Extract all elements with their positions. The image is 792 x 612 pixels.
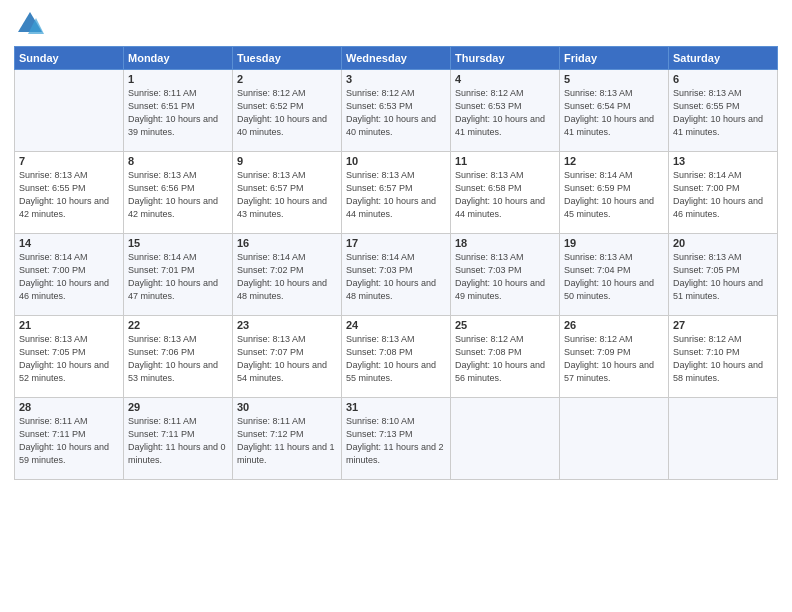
- day-cell: 20Sunrise: 8:13 AMSunset: 7:05 PMDayligh…: [669, 234, 778, 316]
- day-number: 28: [19, 401, 119, 413]
- day-number: 21: [19, 319, 119, 331]
- col-header-sunday: Sunday: [15, 47, 124, 70]
- day-detail: Sunrise: 8:13 AMSunset: 7:05 PMDaylight:…: [673, 251, 773, 303]
- day-detail: Sunrise: 8:12 AMSunset: 6:53 PMDaylight:…: [346, 87, 446, 139]
- day-cell: 15Sunrise: 8:14 AMSunset: 7:01 PMDayligh…: [124, 234, 233, 316]
- day-cell: 13Sunrise: 8:14 AMSunset: 7:00 PMDayligh…: [669, 152, 778, 234]
- day-cell: [451, 398, 560, 480]
- week-row-4: 28Sunrise: 8:11 AMSunset: 7:11 PMDayligh…: [15, 398, 778, 480]
- day-detail: Sunrise: 8:14 AMSunset: 7:02 PMDaylight:…: [237, 251, 337, 303]
- day-cell: 11Sunrise: 8:13 AMSunset: 6:58 PMDayligh…: [451, 152, 560, 234]
- day-number: 29: [128, 401, 228, 413]
- day-detail: Sunrise: 8:13 AMSunset: 7:05 PMDaylight:…: [19, 333, 119, 385]
- day-detail: Sunrise: 8:13 AMSunset: 6:57 PMDaylight:…: [346, 169, 446, 221]
- day-detail: Sunrise: 8:11 AMSunset: 7:12 PMDaylight:…: [237, 415, 337, 467]
- day-number: 1: [128, 73, 228, 85]
- day-detail: Sunrise: 8:13 AMSunset: 6:56 PMDaylight:…: [128, 169, 228, 221]
- day-detail: Sunrise: 8:14 AMSunset: 7:00 PMDaylight:…: [673, 169, 773, 221]
- day-cell: [560, 398, 669, 480]
- day-cell: 21Sunrise: 8:13 AMSunset: 7:05 PMDayligh…: [15, 316, 124, 398]
- day-cell: [669, 398, 778, 480]
- day-detail: Sunrise: 8:12 AMSunset: 7:10 PMDaylight:…: [673, 333, 773, 385]
- day-cell: 8Sunrise: 8:13 AMSunset: 6:56 PMDaylight…: [124, 152, 233, 234]
- day-cell: 23Sunrise: 8:13 AMSunset: 7:07 PMDayligh…: [233, 316, 342, 398]
- day-detail: Sunrise: 8:13 AMSunset: 7:06 PMDaylight:…: [128, 333, 228, 385]
- week-row-0: 1Sunrise: 8:11 AMSunset: 6:51 PMDaylight…: [15, 70, 778, 152]
- col-header-tuesday: Tuesday: [233, 47, 342, 70]
- day-number: 8: [128, 155, 228, 167]
- day-detail: Sunrise: 8:13 AMSunset: 6:58 PMDaylight:…: [455, 169, 555, 221]
- day-detail: Sunrise: 8:11 AMSunset: 7:11 PMDaylight:…: [19, 415, 119, 467]
- day-cell: 10Sunrise: 8:13 AMSunset: 6:57 PMDayligh…: [342, 152, 451, 234]
- day-number: 16: [237, 237, 337, 249]
- logo: [14, 10, 44, 38]
- day-number: 5: [564, 73, 664, 85]
- day-detail: Sunrise: 8:13 AMSunset: 7:07 PMDaylight:…: [237, 333, 337, 385]
- week-row-3: 21Sunrise: 8:13 AMSunset: 7:05 PMDayligh…: [15, 316, 778, 398]
- col-header-friday: Friday: [560, 47, 669, 70]
- col-header-monday: Monday: [124, 47, 233, 70]
- day-cell: 31Sunrise: 8:10 AMSunset: 7:13 PMDayligh…: [342, 398, 451, 480]
- page: SundayMondayTuesdayWednesdayThursdayFrid…: [0, 0, 792, 612]
- day-cell: 2Sunrise: 8:12 AMSunset: 6:52 PMDaylight…: [233, 70, 342, 152]
- col-header-saturday: Saturday: [669, 47, 778, 70]
- day-number: 4: [455, 73, 555, 85]
- day-number: 24: [346, 319, 446, 331]
- day-number: 15: [128, 237, 228, 249]
- day-detail: Sunrise: 8:13 AMSunset: 6:54 PMDaylight:…: [564, 87, 664, 139]
- day-number: 23: [237, 319, 337, 331]
- day-detail: Sunrise: 8:12 AMSunset: 7:08 PMDaylight:…: [455, 333, 555, 385]
- day-number: 7: [19, 155, 119, 167]
- day-cell: 1Sunrise: 8:11 AMSunset: 6:51 PMDaylight…: [124, 70, 233, 152]
- day-cell: 5Sunrise: 8:13 AMSunset: 6:54 PMDaylight…: [560, 70, 669, 152]
- day-cell: 25Sunrise: 8:12 AMSunset: 7:08 PMDayligh…: [451, 316, 560, 398]
- day-number: 14: [19, 237, 119, 249]
- day-number: 17: [346, 237, 446, 249]
- day-cell: 30Sunrise: 8:11 AMSunset: 7:12 PMDayligh…: [233, 398, 342, 480]
- day-detail: Sunrise: 8:13 AMSunset: 6:55 PMDaylight:…: [19, 169, 119, 221]
- header-row: SundayMondayTuesdayWednesdayThursdayFrid…: [15, 47, 778, 70]
- day-number: 26: [564, 319, 664, 331]
- col-header-wednesday: Wednesday: [342, 47, 451, 70]
- logo-icon: [16, 10, 44, 38]
- day-cell: 27Sunrise: 8:12 AMSunset: 7:10 PMDayligh…: [669, 316, 778, 398]
- day-number: 31: [346, 401, 446, 413]
- day-detail: Sunrise: 8:10 AMSunset: 7:13 PMDaylight:…: [346, 415, 446, 467]
- day-number: 10: [346, 155, 446, 167]
- day-cell: 12Sunrise: 8:14 AMSunset: 6:59 PMDayligh…: [560, 152, 669, 234]
- day-detail: Sunrise: 8:13 AMSunset: 7:08 PMDaylight:…: [346, 333, 446, 385]
- calendar-table: SundayMondayTuesdayWednesdayThursdayFrid…: [14, 46, 778, 480]
- day-cell: 18Sunrise: 8:13 AMSunset: 7:03 PMDayligh…: [451, 234, 560, 316]
- day-detail: Sunrise: 8:12 AMSunset: 7:09 PMDaylight:…: [564, 333, 664, 385]
- day-detail: Sunrise: 8:12 AMSunset: 6:52 PMDaylight:…: [237, 87, 337, 139]
- day-number: 11: [455, 155, 555, 167]
- week-row-2: 14Sunrise: 8:14 AMSunset: 7:00 PMDayligh…: [15, 234, 778, 316]
- day-detail: Sunrise: 8:11 AMSunset: 7:11 PMDaylight:…: [128, 415, 228, 467]
- day-detail: Sunrise: 8:13 AMSunset: 6:55 PMDaylight:…: [673, 87, 773, 139]
- day-number: 9: [237, 155, 337, 167]
- day-cell: 4Sunrise: 8:12 AMSunset: 6:53 PMDaylight…: [451, 70, 560, 152]
- day-detail: Sunrise: 8:12 AMSunset: 6:53 PMDaylight:…: [455, 87, 555, 139]
- day-cell: [15, 70, 124, 152]
- day-number: 22: [128, 319, 228, 331]
- day-number: 19: [564, 237, 664, 249]
- day-detail: Sunrise: 8:13 AMSunset: 7:04 PMDaylight:…: [564, 251, 664, 303]
- day-detail: Sunrise: 8:14 AMSunset: 7:00 PMDaylight:…: [19, 251, 119, 303]
- day-cell: 3Sunrise: 8:12 AMSunset: 6:53 PMDaylight…: [342, 70, 451, 152]
- day-cell: 19Sunrise: 8:13 AMSunset: 7:04 PMDayligh…: [560, 234, 669, 316]
- header: [14, 10, 778, 38]
- col-header-thursday: Thursday: [451, 47, 560, 70]
- day-cell: 29Sunrise: 8:11 AMSunset: 7:11 PMDayligh…: [124, 398, 233, 480]
- day-number: 20: [673, 237, 773, 249]
- day-number: 25: [455, 319, 555, 331]
- day-cell: 7Sunrise: 8:13 AMSunset: 6:55 PMDaylight…: [15, 152, 124, 234]
- day-detail: Sunrise: 8:14 AMSunset: 7:03 PMDaylight:…: [346, 251, 446, 303]
- day-number: 18: [455, 237, 555, 249]
- day-cell: 14Sunrise: 8:14 AMSunset: 7:00 PMDayligh…: [15, 234, 124, 316]
- day-detail: Sunrise: 8:14 AMSunset: 7:01 PMDaylight:…: [128, 251, 228, 303]
- day-number: 12: [564, 155, 664, 167]
- week-row-1: 7Sunrise: 8:13 AMSunset: 6:55 PMDaylight…: [15, 152, 778, 234]
- day-cell: 22Sunrise: 8:13 AMSunset: 7:06 PMDayligh…: [124, 316, 233, 398]
- day-detail: Sunrise: 8:13 AMSunset: 7:03 PMDaylight:…: [455, 251, 555, 303]
- day-detail: Sunrise: 8:11 AMSunset: 6:51 PMDaylight:…: [128, 87, 228, 139]
